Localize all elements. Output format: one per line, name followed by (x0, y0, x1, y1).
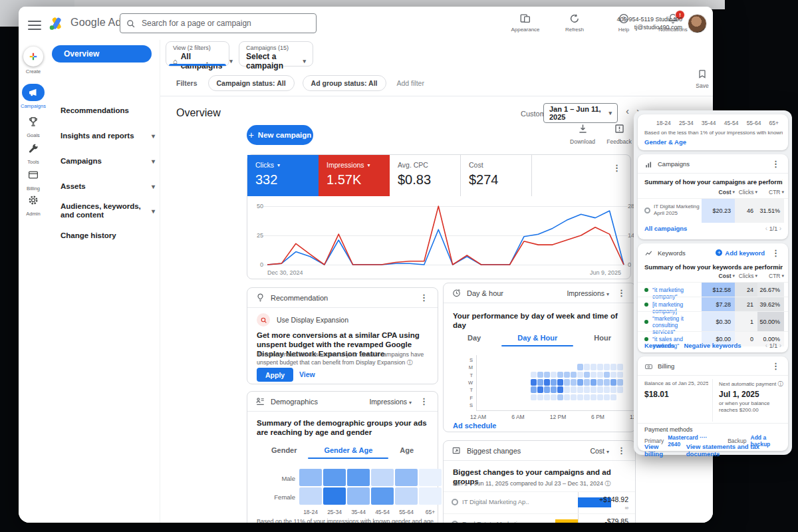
global-search[interactable] (120, 13, 317, 33)
heatmap-cell (604, 364, 610, 370)
more-icon[interactable]: ⋮ (770, 159, 781, 169)
keyword-row[interactable]: "marketing it consulting services"$0.301… (638, 311, 788, 332)
account-info: 409-954-5119 Studio490 tj@studio490.com (604, 15, 682, 31)
more-icon[interactable]: ⋮ (770, 248, 781, 258)
chevron-down-icon: ▾ (152, 182, 155, 191)
metric-tile-avg-cpc[interactable]: Avg. CPC$0.83 (390, 155, 461, 196)
column-header[interactable]: CTR (769, 273, 780, 279)
content-area: View (2 filters) ⌂All campaigns▾ Campaig… (160, 40, 713, 523)
keyword-row[interactable]: [it marketing company]$7.282139.62% (638, 297, 788, 312)
y-left-tick: 25 (253, 232, 263, 239)
sidebar-item-insights-and-reports[interactable]: Insights and reports▾ (61, 132, 155, 140)
chevron-down-icon: ▾ (368, 162, 370, 168)
menu-icon[interactable] (28, 18, 41, 29)
campaign-selector[interactable]: Campaigns (15) Select a campaign▾ (239, 41, 313, 66)
date-range-selector[interactable]: Jan 1 – Jun 11, 2025 ▾ (543, 103, 618, 123)
sidebar-item-assets[interactable]: Assets▾ (61, 182, 155, 191)
change-value: -$79.85 (604, 517, 628, 523)
column-header[interactable]: Clicks (739, 273, 754, 279)
feedback-button[interactable]: Feedback (604, 123, 634, 145)
enabled-status-icon (644, 320, 648, 324)
card-subtitle: Summary of how your keywords are perform… (644, 263, 783, 271)
date-prev-button[interactable]: ‹ (626, 106, 629, 116)
heatmap-cell (551, 379, 557, 386)
gender-age-link[interactable]: Gender & Age (644, 138, 686, 146)
billing-link[interactable]: View billing (644, 443, 677, 458)
heatmap-cell (617, 386, 623, 393)
rail-item-label: Billing (27, 186, 40, 192)
keywords-link[interactable]: Keywords (644, 342, 674, 349)
more-icon[interactable]: ⋮ (616, 446, 627, 456)
view-link[interactable]: View (299, 370, 315, 378)
rail-item-admin[interactable]: Admin (19, 192, 48, 217)
filter-pill[interactable]: Campaign status: All (208, 75, 295, 91)
sidebar-item-change-history[interactable]: Change history (61, 231, 155, 240)
avatar[interactable] (688, 14, 707, 33)
heatmap-cell (617, 379, 623, 386)
column-header[interactable]: Clicks (739, 189, 754, 196)
download-button[interactable]: Download (568, 123, 597, 145)
add-keyword-button[interactable]: + Add keyword (716, 249, 765, 257)
rail-item-goals[interactable]: Goals (19, 113, 48, 138)
heatmap-cell (551, 372, 557, 378)
heatmap-cell (551, 386, 557, 393)
campaign-row[interactable]: IT Digital Marketing April 2025$20.23463… (638, 198, 788, 223)
ad-schedule-link[interactable]: Ad schedule (453, 422, 496, 430)
metric-selector[interactable]: Cost▾ (590, 447, 609, 455)
column-header[interactable]: CTR (769, 189, 780, 196)
heatmap-cell (531, 372, 537, 378)
rail-item-billing[interactable]: Billing (19, 166, 48, 192)
appearance-button[interactable]: Appearance (508, 13, 543, 33)
rail-item-create[interactable]: Create (19, 47, 48, 74)
pagination[interactable]: ‹ 1/1 › (765, 225, 781, 232)
biggest-changes-icon (452, 446, 462, 456)
refresh-button[interactable]: Refresh (557, 13, 592, 33)
sidebar-item-overview[interactable]: Overview (52, 45, 152, 63)
column-header[interactable]: Cost (719, 273, 732, 279)
rail-item-tools[interactable]: Tools (19, 140, 48, 165)
sidebar-item-label: Audiences, keywords, and content (61, 202, 149, 219)
sidebar-item-audiences-keywords-and-content[interactable]: Audiences, keywords, and content▾ (61, 202, 155, 219)
heatmap-cell (591, 379, 597, 386)
biggest-change-row[interactable]: IT Digital Marketing Ap..+$148.92∞ (444, 491, 635, 514)
more-icon[interactable]: ⋮ (611, 163, 622, 173)
more-icon[interactable]: ⋮ (418, 293, 430, 303)
metric-tile-impressions[interactable]: Impressions▾1.57K (319, 155, 390, 196)
apply-button[interactable]: Apply (257, 368, 293, 382)
hour-tick: 6 AM (508, 414, 528, 420)
save-button[interactable]: Save (692, 68, 712, 89)
metric-tile-clicks[interactable]: Clicks▾332 (247, 155, 319, 196)
billing-link[interactable]: View statements and tax documents (686, 443, 788, 458)
chevron-down-icon: ▾ (277, 162, 280, 168)
card-title: Recommendation (271, 294, 328, 302)
view-selector[interactable]: View (2 filters) ⌂All campaigns▾ (166, 41, 229, 66)
ctr-cell: 50.00% (757, 312, 784, 332)
heatmap-cell (564, 386, 570, 393)
negative-keywords-link[interactable]: Negative keywords (684, 342, 741, 349)
sidebar-item-recommendations[interactable]: Recommendations (61, 106, 155, 115)
summary-chart-card: Clicks▾332Impressions▾1.57KAvg. CPC$0.83… (247, 154, 631, 279)
filter-pill[interactable]: Ad group status: All (303, 75, 386, 91)
account-id: 409-954-5119 Studio490 (604, 15, 682, 23)
chevron-down-icon: ▾ (781, 273, 784, 279)
sidebar-item-campaigns[interactable]: Campaigns▾ (61, 157, 155, 166)
brand-name: Google Ads (70, 17, 127, 29)
change-value: +$148.92 (599, 495, 628, 503)
all-campaigns-link[interactable]: All campaigns (644, 225, 687, 232)
biggest-change-row[interactable]: Real Estate Marketing-$79.85-100.00% (444, 513, 635, 523)
heatmap-cell (577, 386, 583, 393)
recommendation-tag: Use Display Expansion (277, 316, 348, 324)
heatmap-cell (557, 372, 563, 378)
column-header[interactable]: Cost (719, 189, 732, 196)
divider (638, 423, 788, 424)
keyword-row[interactable]: "it marketing company"$12.582426.67% (638, 282, 788, 297)
metric-tile-cost[interactable]: Cost$274 (461, 155, 532, 196)
rail-item-campaigns[interactable]: Campaigns (19, 84, 48, 109)
rail-item-label: Admin (26, 211, 40, 217)
pagination[interactable]: ‹ 1/1 › (765, 342, 781, 349)
new-campaign-button[interactable]: + New campaign (247, 125, 313, 145)
more-icon[interactable]: ⋮ (770, 361, 781, 371)
add-filter-button[interactable]: Add filter (397, 79, 424, 87)
metric-value: 332 (255, 172, 311, 188)
search-input[interactable] (140, 18, 311, 29)
